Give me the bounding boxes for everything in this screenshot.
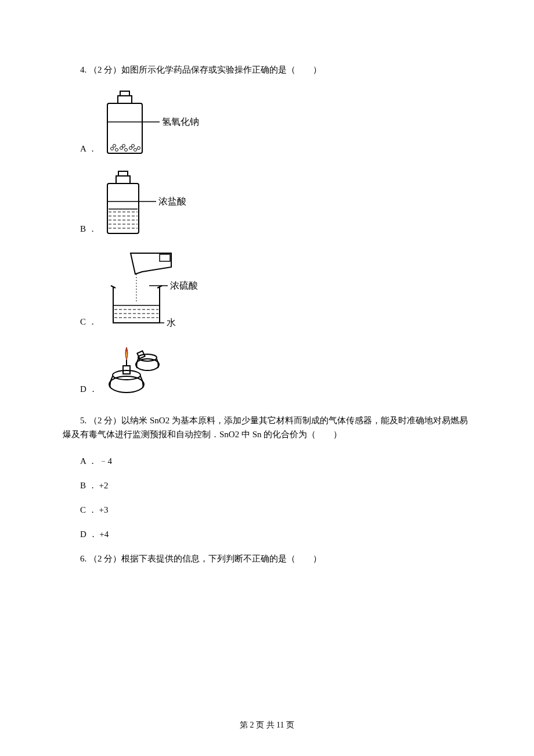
svg-point-4 [110,147,113,150]
svg-point-12 [122,145,125,147]
svg-point-5 [115,149,118,152]
svg-point-9 [134,149,136,152]
svg-rect-15 [107,183,139,233]
q4-option-c: C ． 浓硫酸 [63,249,471,330]
svg-point-34 [109,376,144,393]
q5-option-b: B ． +2 [63,478,471,492]
q4-option-a-diagram: 氢氧化钠 [102,88,206,157]
q4-a-label-text: 氢氧化钠 [162,117,199,127]
q4-option-d-diagram [102,341,172,397]
q4-option-b-label: B ． [63,222,97,237]
q4-header: 4. （2 分）如图所示化学药品保存或实验操作正确的是（ ） [63,63,471,77]
q5-line2: 爆及有毒气体进行监测预报和自动控制．SnO2 中 Sn 的化合价为（ ） [63,427,471,441]
q4-c-label-top: 浓硫酸 [170,280,198,290]
svg-rect-1 [118,96,132,103]
q6-header: 6. （2 分）根据下表提供的信息，下列判断不正确的是（ ） [63,552,471,566]
svg-rect-17 [118,171,128,176]
q4-option-c-diagram: 浓硫酸 水 [102,249,218,330]
svg-point-35 [113,370,140,380]
svg-rect-16 [116,176,130,183]
q4-option-d-label: D ． [63,382,98,397]
svg-point-6 [120,147,122,150]
q5-option-d: D ． +4 [63,527,471,541]
svg-point-7 [124,149,127,152]
q5-option-a: A ． ﹣4 [63,454,471,468]
q5-option-c: C ． +3 [63,503,471,517]
svg-point-11 [113,145,116,147]
q4-c-label-bottom: 水 [167,318,176,327]
svg-point-13 [131,145,134,147]
q4-option-a: A ． 氢氧化钠 [63,88,471,157]
q4-b-label-text: 浓盐酸 [158,196,186,206]
svg-point-10 [137,147,140,150]
svg-rect-2 [120,91,129,96]
q5-line1: 5. （2 分）以纳米 SnO2 为基本原料，添加少量其它材料而制成的气体传感器… [63,413,471,427]
q4-option-a-label: A ． [63,142,97,157]
svg-point-8 [129,147,132,150]
q4-option-d: D ． [63,341,471,397]
q4-option-c-label: C ． [63,315,97,330]
q4-option-b: B ． 浓盐酸 [63,168,471,237]
page-footer: 第 2 页 共 11 页 [0,719,534,732]
svg-rect-26 [160,254,170,261]
q4-option-b-diagram: 浓盐酸 [102,168,200,237]
q5-text: 5. （2 分）以纳米 SnO2 为基本原料，添加少量其它材料而制成的气体传感器… [63,413,471,441]
